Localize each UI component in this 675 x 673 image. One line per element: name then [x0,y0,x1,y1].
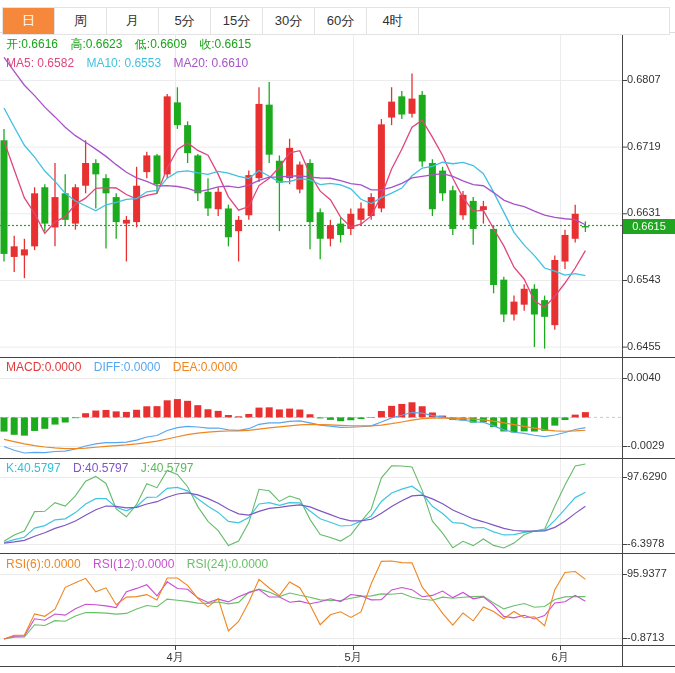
tab-60min[interactable]: 60分 [315,8,367,34]
timeframe-tabbar: 日 周 月 5分 15分 30分 60分 4时 [2,7,670,35]
low-label: 低: [135,37,150,51]
j-value: 40.5797 [150,461,193,475]
macd-label: MACD: [6,360,45,374]
tab-day[interactable]: 日 [3,8,55,34]
j-label: J: [141,461,150,475]
current-price-badge: 0.6615 [623,219,675,234]
ma10-label: MA10: [86,56,121,70]
price-axis-tick-2: 0.6719 [627,140,661,152]
price-axis-tick-1: 0.6807 [627,73,661,85]
price-axis-tick-5: 0.6455 [627,340,661,352]
macd-axis-tick-1: 0.0040 [627,371,661,383]
tab-30min[interactable]: 30分 [263,8,315,34]
tabbar-filler [419,8,670,34]
open-label: 开: [6,37,21,51]
k-value: 40.5797 [17,461,60,475]
x-axis-month-april: 4月 [166,650,183,665]
dea-label: DEA: [173,360,201,374]
rsi6-value: 0.0000 [44,557,81,571]
tab-5min[interactable]: 5分 [159,8,211,34]
kdj-readout: K:40.5797 D:40.5797 J:40.5797 [6,461,203,475]
close-label: 收: [199,37,214,51]
rsi-axis-tick-1: 95.9377 [627,567,667,579]
tab-4hour[interactable]: 4时 [367,8,419,34]
tab-month[interactable]: 月 [107,8,159,34]
ohlc-readout: 开:0.6616 高:0.6623 低:0.6609 收:0.6615 [6,36,260,53]
macd-axis-tick-2: -0.0029 [627,439,664,451]
d-value: 40.5797 [85,461,128,475]
d-label: D: [73,461,85,475]
x-axis-month-may: 5月 [344,650,361,665]
macd-readout: MACD:0.0000 DIFF:0.0000 DEA:0.0000 [6,360,246,374]
tab-15min[interactable]: 15分 [211,8,263,34]
rsi24-value: 0.0000 [231,557,268,571]
trading-chart-app: 日 周 月 5分 15分 30分 60分 4时 开:0.6616 高:0.662… [0,0,675,673]
low-value: 0.6609 [150,37,187,51]
price-axis-tick-4: 0.6543 [627,273,661,285]
ma20-label: MA20: [173,56,208,70]
diff-value: 0.0000 [124,360,161,374]
high-value: 0.6623 [86,37,123,51]
rsi-readout: RSI(6):0.0000 RSI(12):0.0000 RSI(24):0.0… [6,557,277,571]
ma20-value: 0.6610 [212,56,249,70]
diff-label: DIFF: [94,360,124,374]
rsi12-value: 0.0000 [138,557,175,571]
open-value: 0.6616 [21,37,58,51]
ma5-value: 0.6582 [37,56,74,70]
k-label: K: [6,461,17,475]
kdj-axis-tick-2: -6.3978 [627,537,664,549]
high-label: 高: [70,37,85,51]
price-axis-tick-3: 0.6631 [627,206,661,218]
ma-readout: MA5: 0.6582 MA10: 0.6553 MA20: 0.6610 [6,56,257,70]
candlestick-chart-canvas[interactable] [0,0,675,673]
ma10-value: 0.6553 [124,56,161,70]
rsi12-label: RSI(12): [93,557,138,571]
kdj-axis-tick-1: 97.6290 [627,470,667,482]
close-value: 0.6615 [215,37,252,51]
rsi-axis-tick-2: -0.8713 [627,631,664,643]
rsi6-label: RSI(6): [6,557,44,571]
tab-week[interactable]: 周 [55,8,107,34]
dea-value: 0.0000 [201,360,238,374]
rsi24-label: RSI(24): [187,557,232,571]
ma5-label: MA5: [6,56,34,70]
x-axis-month-june: 6月 [551,650,568,665]
macd-value: 0.0000 [45,360,82,374]
